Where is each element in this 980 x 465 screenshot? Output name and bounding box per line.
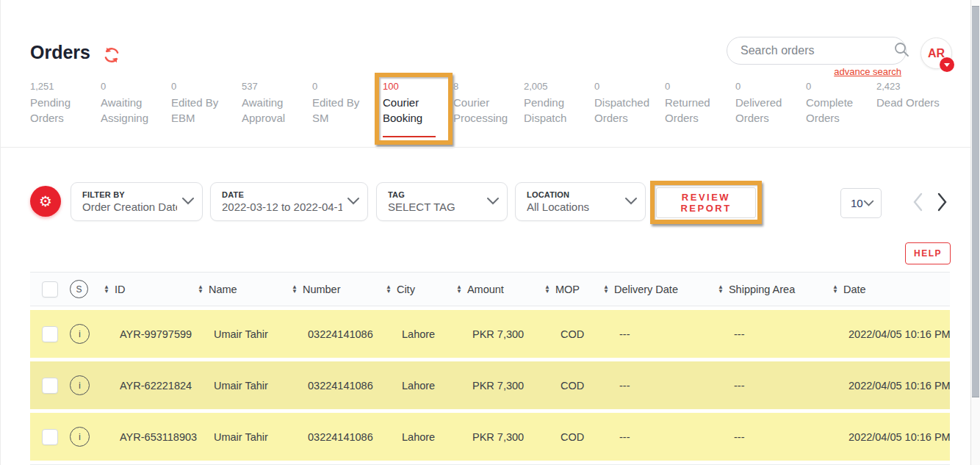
s-badge-icon: S [70,280,88,298]
tab-count: 0 [594,81,660,92]
sort-down-arrow: ▼ [386,289,392,294]
advance-search-link[interactable]: advance search [834,66,901,77]
column-header-delivery-date[interactable]: ▲▼Delivery Date [603,284,718,295]
status-tab-delivered-orders[interactable]: 0Delivered Orders [735,81,801,137]
cell-mop: COD [544,328,603,340]
sort-icon[interactable]: ▲▼ [456,285,462,294]
cell-mop: COD [544,380,603,392]
select-all-cell [30,281,70,298]
scrollbar-thumb[interactable] [972,6,979,397]
cell-amount: PKR 7,300 [456,380,544,392]
cell-shipping_area: --- [718,328,832,340]
tab-count: 0 [171,81,237,92]
cell-city: Lahore [386,431,456,443]
page-size-value: 10 [851,197,863,209]
column-header-label: Name [209,284,237,295]
tab-label: Complete Orders [806,95,872,126]
column-header-city[interactable]: ▲▼City [386,284,456,295]
avatar-dropdown-badge[interactable] [940,57,954,72]
tab-label: Awaiting Approval [242,95,308,126]
status-tab-returned-orders[interactable]: 0Returned Orders [665,81,731,137]
row-select-cell [30,429,70,445]
tabs-divider [1,147,971,148]
status-tab-courier-processing[interactable]: 8Courier Processing [453,81,519,137]
cell-shipping_area: --- [718,431,832,443]
location-dropdown[interactable]: LOCATION All Locations [515,182,646,221]
pagination-next-button[interactable] [937,192,948,215]
status-tab-complete-orders[interactable]: 0Complete Orders [806,81,872,137]
table-row: iAYR-99797599Umair Tahir03224141086Lahor… [30,310,950,358]
settings-button[interactable]: ⚙ [30,186,61,217]
orders-table: S▲▼ID▲▼Name▲▼Number▲▼City▲▼Amount▲▼MOP▲▼… [30,272,950,465]
cell-number: 03224141086 [292,328,386,340]
tab-label: Courier Booking [383,95,449,126]
tab-count: 100 [383,81,449,92]
sort-icon[interactable]: ▲▼ [198,285,203,294]
cell-amount: PKR 7,300 [456,431,544,443]
sort-icon[interactable]: ▲▼ [386,285,392,294]
status-tab-edited-by-sm[interactable]: 0Edited By SM [312,81,378,137]
info-icon[interactable]: i [70,324,90,344]
tab-count: 537 [242,81,308,92]
sort-icon[interactable]: ▲▼ [544,285,550,294]
tab-label: Delivered Orders [735,95,801,126]
status-tab-awaiting-assigning[interactable]: 0Awaiting Assigning [101,81,167,137]
search-icon[interactable] [893,40,910,61]
avatar[interactable]: AR [920,37,952,69]
cell-shipping_area: --- [718,380,832,392]
info-icon[interactable]: i [70,427,90,447]
status-tab-edited-by-ebm[interactable]: 0Edited By EBM [171,81,237,137]
row-checkbox[interactable] [42,326,58,342]
row-info-cell: i [70,427,104,447]
filter-by-dropdown[interactable]: FILTER BY Order Creation Date [71,182,203,221]
chevron-down-icon [347,195,360,209]
cell-delivery_date: --- [603,328,718,340]
filter-by-value: Order Creation Date [82,201,177,213]
status-tab-dead-orders[interactable]: 2,423Dead Orders [876,81,943,137]
column-header-label: ID [115,284,126,295]
cell-delivery_date: --- [603,380,718,392]
sort-icon[interactable]: ▲▼ [832,285,838,294]
tab-label: Edited By EBM [171,95,237,126]
date-dropdown[interactable]: DATE 2022-03-12 to 2022-04-10 [210,182,368,221]
tab-label: Pending Dispatch [524,95,590,126]
cell-date: 2022/04/05 10:16 PM [832,380,950,392]
status-tab-awaiting-approval[interactable]: 537Awaiting Approval [242,81,308,137]
tab-count: 0 [101,81,167,92]
column-header-name[interactable]: ▲▼Name [198,284,292,295]
select-all-checkbox[interactable] [42,281,58,298]
refresh-icon[interactable] [102,46,121,65]
review-report-button[interactable]: REVIEW REPORT [656,187,756,218]
pagination-prev-button[interactable] [912,192,923,215]
status-tab-courier-booking[interactable]: 100Courier Booking [383,81,449,137]
cell-number: 03224141086 [292,380,386,392]
help-button[interactable]: HELP [905,242,951,264]
column-header-number[interactable]: ▲▼Number [292,284,386,295]
date-value: 2022-03-12 to 2022-04-10 [222,201,342,213]
vertical-scrollbar[interactable] [970,0,980,465]
info-icon[interactable]: i [70,375,90,395]
row-checkbox[interactable] [42,378,58,394]
tag-label: TAG [388,190,482,199]
tab-label: Courier Processing [453,95,519,126]
tag-value: SELECT TAG [388,201,482,213]
sort-icon[interactable]: ▲▼ [292,285,298,294]
sort-icon[interactable]: ▲▼ [718,285,724,294]
page-size-select[interactable]: 10 [840,188,882,218]
sort-icon[interactable]: ▲▼ [104,285,109,294]
tab-label: Pending Orders [30,95,96,126]
column-header-shipping-area[interactable]: ▲▼Shipping Area [718,284,832,295]
search-input[interactable] [741,44,893,57]
status-tab-pending-orders[interactable]: 1,251Pending Orders [30,81,96,137]
status-tab-pending-dispatch[interactable]: 2,005Pending Dispatch [524,81,590,137]
chevron-down-icon [624,195,638,209]
column-header-date[interactable]: ▲▼Date [832,284,950,295]
column-header-mop[interactable]: ▲▼MOP [544,284,603,295]
status-tab-dispatched-orders[interactable]: 0Dispatched Orders [594,81,660,137]
row-checkbox[interactable] [42,429,58,445]
sort-down-arrow: ▼ [603,289,609,294]
sort-icon[interactable]: ▲▼ [603,285,609,294]
column-header-amount[interactable]: ▲▼Amount [456,284,544,295]
tag-dropdown[interactable]: TAG SELECT TAG [376,182,508,221]
column-header-id[interactable]: ▲▼ID [104,284,198,295]
